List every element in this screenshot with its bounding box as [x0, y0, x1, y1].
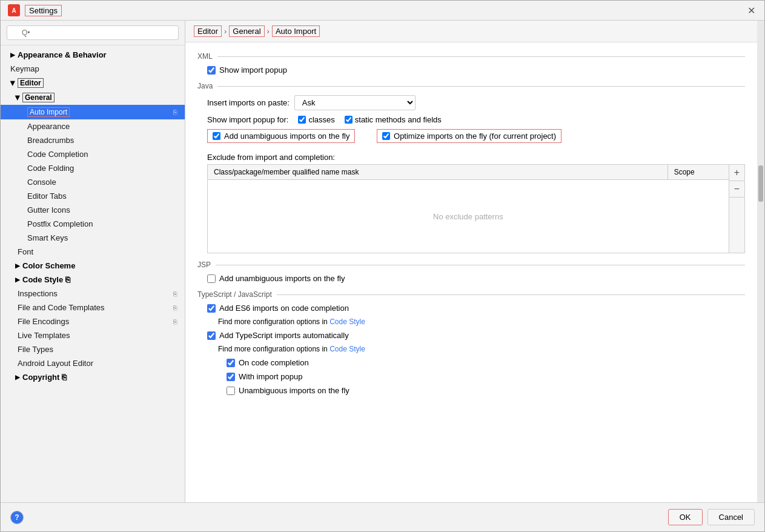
jsp-section-label: JSP [197, 261, 745, 269]
collapse-icon: ▶ [10, 81, 16, 85]
help-button[interactable]: ? [10, 511, 24, 524]
jsp-add-unambiguous-label[interactable]: Add unambiguous imports on the fly [207, 274, 345, 283]
sidebar-item-console[interactable]: Console [1, 175, 185, 189]
sidebar-item-copyright[interactable]: ▶ Copyright ⎘ [1, 370, 185, 384]
sidebar-item-appearance-behavior[interactable]: ▶ Appearance & Behavior [1, 48, 185, 62]
xml-section-label: XML [197, 52, 745, 61]
sidebar-label: Code Style [22, 275, 63, 284]
scrollbar[interactable] [757, 21, 764, 502]
sidebar-item-font[interactable]: Font [1, 245, 185, 259]
sidebar-label-general: General [22, 93, 55, 102]
table-header: Class/package/member qualified name mask… [208, 165, 729, 180]
sidebar-item-color-scheme[interactable]: ▶ Color Scheme [1, 259, 185, 273]
ts-find-more-2-row: Find more configuration options in Code … [218, 345, 745, 353]
xml-show-import-popup-checkbox[interactable] [207, 66, 216, 75]
ts-with-import-popup-label[interactable]: With import popup [227, 372, 303, 381]
scrollbar-thumb[interactable] [758, 165, 763, 202]
sidebar-item-code-style[interactable]: ▶ Code Style ⎘ [1, 273, 185, 287]
ts-unambiguous-checkbox[interactable] [227, 387, 235, 395]
remove-pattern-button[interactable]: − [729, 181, 744, 198]
search-wrap: 🔍 [7, 25, 179, 40]
insert-imports-dropdown[interactable]: Ask Always Never [294, 95, 416, 110]
java-section-label: Java [197, 82, 745, 90]
sidebar-item-code-completion[interactable]: Code Completion [1, 147, 185, 161]
show-import-static-checkbox[interactable] [345, 116, 353, 124]
optimize-imports-checkbox[interactable] [382, 132, 390, 140]
sidebar-label: Inspections [18, 289, 58, 298]
sidebar-item-code-folding[interactable]: Code Folding [1, 161, 185, 175]
ts-add-es6-checkbox[interactable] [207, 304, 216, 313]
exclude-table: Class/package/member qualified name mask… [207, 164, 729, 253]
ts-find-more-1-text: Find more configuration options in [218, 318, 328, 326]
sidebar-item-smart-keys[interactable]: Smart Keys [1, 231, 185, 245]
ts-add-es6-label[interactable]: Add ES6 imports on code completion [207, 304, 349, 313]
copy-icon: ⎘ [173, 290, 177, 298]
sidebar-item-file-types[interactable]: File Types [1, 342, 185, 356]
sidebar-item-auto-import[interactable]: Auto Import ⎘ [1, 105, 185, 119]
app-icon: A [8, 4, 20, 16]
sidebar-label: Appearance & Behavior [18, 50, 107, 59]
sidebar-item-inspections[interactable]: Inspections ⎘ [1, 287, 185, 301]
add-unambiguous-text: Add unambiguous imports on the fly [224, 131, 349, 141]
sidebar-item-editor[interactable]: ▶ Editor [1, 76, 185, 90]
ts-on-code-completion-checkbox[interactable] [227, 359, 235, 367]
optimize-imports-text: Optimize imports on the fly (for current… [394, 131, 556, 141]
ts-add-typescript-label[interactable]: Add TypeScript imports automatically [207, 331, 349, 340]
sidebar-label: Color Scheme [22, 261, 75, 270]
xml-show-import-popup-text: Show import popup [219, 65, 287, 75]
collapse-icon: ▶ [15, 276, 20, 283]
jsp-add-unambiguous-checkbox[interactable] [207, 274, 216, 283]
ts-code-style-link-2[interactable]: Code Style [330, 345, 365, 353]
ts-add-typescript-row: Add TypeScript imports automatically [207, 331, 745, 340]
show-import-classes-label[interactable]: classes [298, 115, 334, 124]
sidebar-label: Code Folding [27, 164, 74, 173]
show-import-classes-checkbox[interactable] [298, 116, 306, 124]
sidebar: 🔍 ▶ Appearance & Behavior Keymap ▶ Edito [1, 21, 185, 502]
sidebar-label: Postfix Completion [27, 219, 93, 228]
cancel-button[interactable]: Cancel [707, 509, 755, 525]
breadcrumb-editor: Editor [194, 25, 222, 37]
ts-code-style-link-1[interactable]: Code Style [330, 318, 365, 326]
sidebar-item-android-layout-editor[interactable]: Android Layout Editor [1, 356, 185, 370]
breadcrumb-sep1: › [224, 27, 227, 36]
jsp-add-unambiguous-row: Add unambiguous imports on the fly [207, 274, 745, 283]
sidebar-item-postfix-completion[interactable]: Postfix Completion [1, 217, 185, 231]
ts-on-code-completion-row: On code completion [227, 358, 745, 367]
ts-unambiguous-label[interactable]: Unambiguous imports on the fly [227, 386, 349, 395]
footer: ? OK Cancel [1, 502, 764, 531]
search-input[interactable] [7, 25, 179, 40]
add-unambiguous-checkbox[interactable] [213, 132, 220, 140]
breadcrumb-general: General [229, 25, 264, 37]
show-import-static-label[interactable]: static methods and fields [345, 115, 442, 124]
sidebar-item-general[interactable]: ▶ General [1, 90, 185, 105]
content-area: 🔍 ▶ Appearance & Behavior Keymap ▶ Edito [1, 21, 764, 502]
copy-icon: ⎘ [173, 304, 177, 311]
add-pattern-button[interactable]: + [729, 165, 744, 181]
sidebar-item-file-code-templates[interactable]: File and Code Templates ⎘ [1, 301, 185, 314]
close-button[interactable]: ✕ [745, 4, 757, 16]
sidebar-item-breadcrumbs[interactable]: Breadcrumbs [1, 133, 185, 147]
sidebar-item-gutter-icons[interactable]: Gutter Icons [1, 203, 185, 217]
sidebar-label: Editor Tabs [27, 191, 67, 201]
table-empty-message: No exclude patterns [208, 180, 729, 253]
sidebar-item-appearance[interactable]: Appearance [1, 119, 185, 133]
sidebar-label: Live Templates [18, 331, 70, 340]
sidebar-label: Gutter Icons [27, 205, 70, 214]
insert-imports-label: Insert imports on paste: [207, 98, 290, 107]
ts-with-import-popup-checkbox[interactable] [227, 373, 235, 381]
xml-show-import-popup-label[interactable]: Show import popup [207, 65, 287, 75]
ts-on-code-completion-label[interactable]: On code completion [227, 358, 309, 367]
sidebar-item-live-templates[interactable]: Live Templates [1, 328, 185, 342]
exclude-label: Exclude from import and completion: [207, 153, 745, 162]
ts-find-more-2-text: Find more configuration options in [218, 345, 328, 353]
add-unambiguous-row: Add unambiguous imports on the fly [207, 129, 355, 143]
ts-add-typescript-checkbox[interactable] [207, 331, 216, 340]
sidebar-label: Breadcrumbs [27, 136, 74, 145]
sidebar-item-file-encodings[interactable]: File Encodings ⎘ [1, 314, 185, 328]
sidebar-label: Keymap [10, 64, 39, 73]
window-title: Settings [25, 5, 62, 16]
sidebar-item-keymap[interactable]: Keymap [1, 62, 185, 76]
sidebar-item-editor-tabs[interactable]: Editor Tabs [1, 189, 185, 203]
ok-button[interactable]: OK [668, 509, 703, 525]
sidebar-label-auto-import: Auto Import [27, 107, 70, 117]
